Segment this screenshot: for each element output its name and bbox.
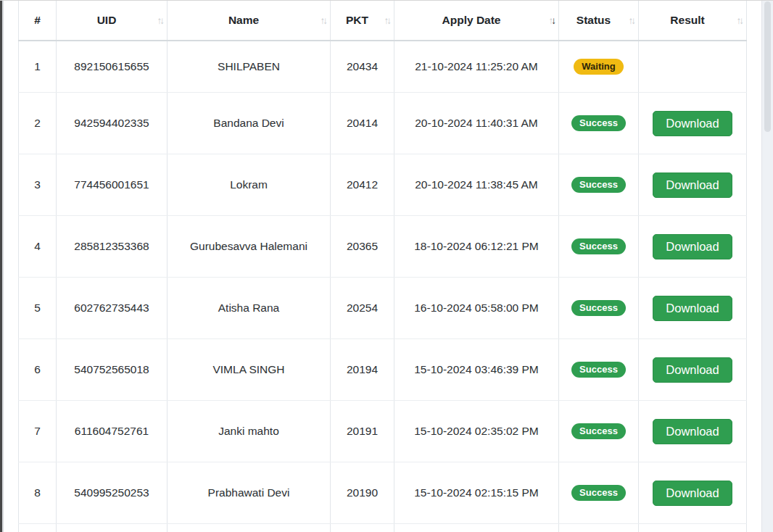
- cell-apply-date: 15-10-2024 01:53:37 PM: [394, 524, 559, 532]
- cell-uid: 540995250253: [57, 462, 168, 524]
- cell-uid: 540752565018: [57, 339, 168, 401]
- table-row: 7 611604752761 Janki mahto 20191 15-10-2…: [19, 401, 747, 462]
- column-header-apply-date[interactable]: Apply Date ↑↓: [394, 1, 559, 41]
- cell-status: Success: [559, 278, 639, 339]
- column-header-label: #: [34, 14, 41, 26]
- table-header-row: # UID ↑↓ Name ↑↓ PKT ↑↓ Appl: [19, 1, 747, 41]
- cell-row-number: 7: [19, 401, 57, 462]
- column-header-label: UID: [97, 14, 117, 26]
- download-button[interactable]: Download: [653, 296, 732, 321]
- cell-apply-date: 15-10-2024 02:15:15 PM: [394, 462, 559, 524]
- cell-row-number: 6: [19, 339, 57, 401]
- status-badge: Success: [571, 362, 626, 378]
- cell-apply-date: 20-10-2024 11:38:45 AM: [394, 154, 559, 216]
- cell-result: Download: [639, 524, 747, 532]
- download-button[interactable]: Download: [653, 111, 732, 136]
- cell-pkt: 20191: [331, 401, 394, 462]
- cell-result: Download: [639, 401, 747, 462]
- status-badge: Success: [571, 177, 626, 194]
- cell-pkt: 20412: [331, 154, 394, 216]
- table-row: 5 602762735443 Atisha Rana 20254 16-10-2…: [19, 278, 747, 339]
- cell-pkt: 20254: [331, 278, 394, 339]
- download-button[interactable]: Download: [653, 173, 732, 198]
- status-badge: Success: [571, 485, 626, 502]
- cell-name: Bandana Devi: [168, 93, 331, 154]
- sort-arrows-icon[interactable]: ↑↓: [737, 15, 743, 26]
- cell-row-number: 9: [19, 524, 57, 532]
- table-row: 6 540752565018 VIMLA SINGH 20194 15-10-2…: [19, 339, 747, 401]
- window-left-edge: [0, 1, 4, 532]
- cell-row-number: 2: [19, 93, 57, 154]
- cell-pkt: 20365: [331, 216, 394, 278]
- download-button[interactable]: Download: [653, 234, 732, 259]
- sort-arrows-icon[interactable]: ↑↓: [549, 15, 555, 26]
- cell-name: Gurubesavva Halemani: [168, 216, 331, 278]
- cell-result: Download: [639, 462, 747, 524]
- applications-table: # UID ↑↓ Name ↑↓ PKT ↑↓ Appl: [18, 1, 747, 532]
- sort-arrows-icon[interactable]: ↑↓: [157, 15, 163, 26]
- status-badge: Waiting: [574, 59, 623, 75]
- table-row: 4 285812353368 Gurubesavva Halemani 2036…: [19, 216, 747, 278]
- cell-result: Download: [639, 278, 747, 339]
- column-header-status[interactable]: Status ↑↓: [559, 1, 639, 41]
- cell-apply-date: 18-10-2024 06:12:21 PM: [394, 216, 559, 278]
- cell-status: Success: [559, 339, 639, 401]
- cell-uid: 611604752761: [57, 401, 168, 462]
- sort-arrows-icon[interactable]: ↑↓: [629, 15, 634, 26]
- cell-pkt: 20189: [331, 524, 394, 532]
- cell-name: SHILPABEN: [168, 41, 331, 93]
- cell-row-number: 8: [19, 462, 57, 524]
- table-row: 2 942594402335 Bandana Devi 20414 20-10-…: [19, 93, 747, 154]
- cell-row-number: 5: [19, 278, 57, 339]
- cell-name: Gagan Shetty: [168, 524, 331, 532]
- download-button[interactable]: Download: [653, 357, 732, 383]
- cell-pkt: 20434: [331, 41, 394, 93]
- cell-uid: 774456001651: [57, 154, 168, 216]
- table-row: 8 540995250253 Prabhawati Devi 20190 15-…: [19, 462, 747, 524]
- download-button[interactable]: Download: [653, 481, 732, 506]
- column-header-label: Result: [670, 14, 704, 26]
- cell-apply-date: 21-10-2024 11:25:20 AM: [394, 41, 559, 93]
- cell-pkt: 20194: [331, 339, 394, 401]
- cell-name: Atisha Rana: [168, 278, 331, 339]
- cell-apply-date: 15-10-2024 02:35:02 PM: [394, 401, 559, 462]
- cell-pkt: 20190: [331, 462, 394, 524]
- column-header-name[interactable]: Name ↑↓: [168, 1, 331, 41]
- cell-uid: 942594402335: [57, 93, 168, 154]
- cell-result: Download: [639, 216, 747, 278]
- cell-name: Janki mahto: [168, 401, 331, 462]
- download-button[interactable]: Download: [653, 419, 732, 444]
- table-row: 1 892150615655 SHILPABEN 20434 21-10-202…: [19, 41, 747, 93]
- sort-arrows-icon[interactable]: ↑↓: [321, 15, 326, 26]
- cell-uid: 602762735443: [57, 278, 168, 339]
- column-header-label: PKT: [346, 14, 368, 26]
- cell-status: Waiting: [559, 41, 639, 93]
- cell-status: Success: [559, 154, 639, 216]
- cell-status: Success: [559, 462, 639, 524]
- results-table-page: # UID ↑↓ Name ↑↓ PKT ↑↓ Appl: [0, 0, 773, 532]
- column-header-label: Name: [228, 14, 259, 26]
- table-row: 9 880029196377 Gagan Shetty 20189 15-10-…: [19, 524, 747, 532]
- column-header-uid[interactable]: UID ↑↓: [57, 1, 168, 41]
- cell-name: Prabhawati Devi: [168, 462, 331, 524]
- table-container: # UID ↑↓ Name ↑↓ PKT ↑↓ Appl: [18, 1, 747, 532]
- column-header-num: #: [19, 1, 57, 41]
- cell-uid: 285812353368: [57, 216, 168, 278]
- column-header-result[interactable]: Result ↑↓: [639, 1, 747, 41]
- cell-result: Download: [639, 93, 747, 154]
- cell-pkt: 20414: [331, 93, 394, 154]
- cell-apply-date: 15-10-2024 03:46:39 PM: [394, 339, 559, 401]
- scrollbar-thumb[interactable]: [764, 1, 771, 132]
- status-badge: Success: [571, 115, 626, 132]
- column-header-label: Status: [576, 14, 611, 26]
- cell-result: Download: [639, 339, 747, 401]
- column-header-pkt[interactable]: PKT ↑↓: [331, 1, 394, 41]
- sort-arrows-icon[interactable]: ↑↓: [384, 15, 390, 26]
- cell-name: VIMLA SINGH: [168, 339, 331, 401]
- cell-result: Download: [639, 154, 747, 216]
- scrollbar-track[interactable]: [761, 1, 773, 532]
- cell-uid: 892150615655: [57, 41, 168, 93]
- cell-row-number: 3: [19, 154, 57, 216]
- cell-status: Success: [559, 93, 639, 154]
- status-badge: Success: [571, 423, 626, 440]
